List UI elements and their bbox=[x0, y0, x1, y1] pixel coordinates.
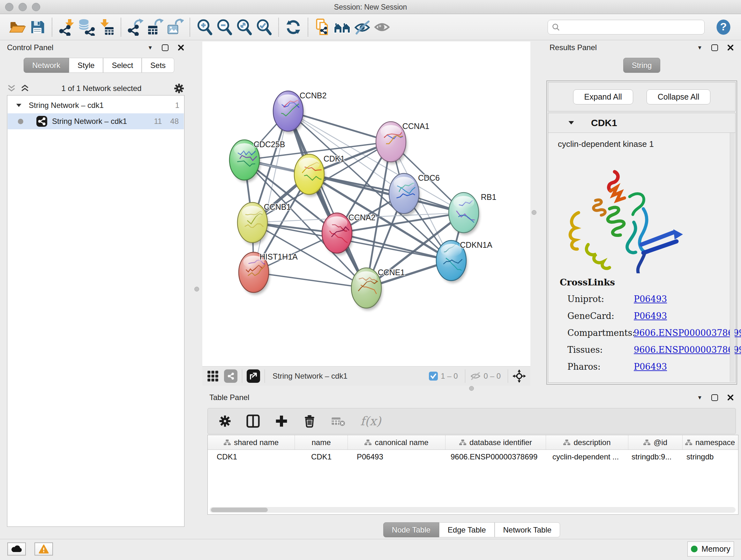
results-scrollbar[interactable] bbox=[730, 133, 735, 382]
warnings-button[interactable] bbox=[35, 543, 53, 556]
network-collection-row[interactable]: String Network – cdk1 1 bbox=[8, 98, 184, 113]
scrollbar-thumb[interactable] bbox=[211, 508, 268, 512]
collapse-all-chevron-icon[interactable] bbox=[7, 84, 16, 92]
tab-edge-table[interactable]: Edge Table bbox=[439, 522, 495, 537]
cell-name[interactable]: CDK1 bbox=[295, 452, 348, 461]
close-panel-icon[interactable] bbox=[178, 44, 185, 51]
crosslink-link[interactable]: P06493 bbox=[634, 311, 667, 321]
network-node-CCNE1[interactable]: CCNE1 bbox=[351, 268, 405, 310]
column-header-namespace[interactable]: namespace bbox=[683, 435, 738, 449]
zoom-in-button[interactable] bbox=[195, 17, 214, 37]
crosslink-link[interactable]: P06493 bbox=[634, 294, 667, 304]
zoom-fit-button[interactable] bbox=[234, 17, 254, 37]
hide-glass-button[interactable] bbox=[352, 17, 372, 37]
export-image-button[interactable] bbox=[165, 17, 185, 37]
protein-detail-header[interactable]: CDK1 bbox=[548, 113, 735, 133]
gear-icon[interactable] bbox=[174, 83, 185, 94]
network-node-CDKN1A[interactable]: CDKN1A bbox=[436, 240, 492, 283]
cell-canonical-name[interactable]: P06493 bbox=[348, 452, 446, 461]
hidden-eye-slash-icon[interactable] bbox=[470, 371, 481, 381]
save-session-button[interactable] bbox=[27, 17, 47, 37]
column-header-description[interactable]: description bbox=[546, 435, 628, 449]
tab-node-table[interactable]: Node Table bbox=[383, 522, 439, 537]
export-network-button[interactable] bbox=[126, 17, 145, 37]
collapse-caret-icon[interactable] bbox=[568, 120, 575, 125]
network-from-clipboard-button[interactable] bbox=[313, 17, 333, 37]
network-row-selected[interactable]: String Network – cdk1 11 48 bbox=[8, 113, 184, 129]
table-panel-header: Table Panel ▼ bbox=[202, 390, 741, 405]
network-node-CCNB2[interactable]: CCNB2 bbox=[273, 91, 327, 133]
add-column-plus-icon[interactable] bbox=[275, 415, 288, 428]
selected-checkbox-icon[interactable] bbox=[428, 371, 438, 381]
detach-view-button[interactable] bbox=[247, 369, 260, 383]
tab-style[interactable]: Style bbox=[69, 58, 103, 73]
birds-eye-grid-icon[interactable] bbox=[207, 370, 219, 382]
table-horizontal-scrollbar[interactable] bbox=[210, 507, 736, 513]
cell-description[interactable]: cyclin-dependent ... bbox=[546, 452, 628, 461]
search-box[interactable] bbox=[548, 20, 704, 35]
network-canvas[interactable]: CCNB2CCNA1CDC25BCDK1CDC6RB1CCNB1CCNA2CDK… bbox=[202, 42, 530, 366]
cell-namespace[interactable]: stringdb bbox=[683, 452, 738, 461]
refresh-view-button[interactable] bbox=[283, 17, 303, 37]
crosslink-link[interactable]: 9606.ENSP00000378699 bbox=[634, 345, 741, 355]
network-node-CCNA1[interactable]: CCNA1 bbox=[376, 122, 429, 164]
cell-shared-name[interactable]: CDK1 bbox=[208, 452, 295, 461]
column-header-canonical-name[interactable]: canonical name bbox=[348, 435, 446, 449]
maximize-panel-icon[interactable] bbox=[162, 44, 169, 51]
protein-detail-body: cyclin-dependent kinase 1 bbox=[548, 133, 735, 382]
tab-network[interactable]: Network bbox=[23, 58, 69, 73]
float-panel-icon[interactable]: ▼ bbox=[147, 45, 153, 51]
crosslink-link[interactable]: P06493 bbox=[634, 362, 667, 372]
table-options-gear-icon[interactable] bbox=[219, 415, 231, 428]
protein-structure-image bbox=[561, 168, 698, 273]
splitter-handle[interactable] bbox=[194, 287, 199, 292]
zoom-selected-button[interactable] bbox=[254, 17, 274, 37]
import-network-database-button[interactable] bbox=[77, 17, 96, 37]
maximize-panel-icon[interactable] bbox=[711, 44, 718, 51]
table-row[interactable]: CDK1 CDK1 P06493 9606.ENSP00000378699 cy… bbox=[208, 450, 738, 464]
import-table-file-button[interactable] bbox=[96, 17, 116, 37]
column-header-shared-name[interactable]: shared name bbox=[208, 435, 295, 449]
maximize-panel-icon[interactable] bbox=[711, 394, 718, 401]
memory-button[interactable]: Memory bbox=[687, 542, 734, 557]
float-panel-icon[interactable]: ▼ bbox=[697, 395, 702, 400]
toolbar-separator bbox=[121, 18, 121, 37]
import-network-icon bbox=[58, 18, 75, 36]
float-panel-icon[interactable]: ▼ bbox=[697, 45, 702, 51]
column-header-name[interactable]: name bbox=[295, 435, 348, 449]
close-panel-icon[interactable] bbox=[727, 44, 734, 51]
expand-all-chevron-icon[interactable] bbox=[20, 84, 29, 92]
string-home-button[interactable] bbox=[333, 17, 352, 37]
tab-sets[interactable]: Sets bbox=[142, 58, 174, 73]
expand-all-button[interactable]: Expand All bbox=[573, 89, 633, 105]
column-header-id[interactable]: @id bbox=[628, 435, 683, 449]
cloud-status-button[interactable] bbox=[7, 543, 26, 556]
move-crosshair-icon[interactable] bbox=[513, 369, 526, 383]
tab-select[interactable]: Select bbox=[103, 58, 142, 73]
tab-string[interactable]: String bbox=[623, 58, 661, 73]
network-node-CCNA2[interactable]: CCNA2 bbox=[322, 213, 375, 255]
tab-network-table[interactable]: Network Table bbox=[495, 522, 560, 537]
help-button[interactable]: ? bbox=[714, 17, 733, 37]
network-node-CDC25B[interactable]: CDC25B bbox=[229, 140, 285, 182]
network-node-CCNB1[interactable]: CCNB1 bbox=[238, 202, 291, 245]
zoom-out-button[interactable] bbox=[214, 17, 234, 37]
splitter-handle[interactable] bbox=[532, 210, 536, 215]
column-header-database-identifier[interactable]: database identifier bbox=[446, 435, 546, 449]
delete-column-trash-icon[interactable] bbox=[303, 415, 316, 428]
close-panel-icon[interactable] bbox=[727, 394, 734, 401]
open-session-button[interactable] bbox=[8, 17, 27, 37]
cell-id[interactable]: stringdb:9... bbox=[628, 452, 683, 461]
network-overview-toggle[interactable] bbox=[224, 369, 238, 383]
tree-expand-caret-icon[interactable] bbox=[16, 103, 22, 108]
export-table-button[interactable] bbox=[145, 17, 165, 37]
show-columns-icon[interactable] bbox=[246, 414, 260, 428]
show-glass-button[interactable] bbox=[372, 17, 392, 37]
network-node-RB1[interactable]: RB1 bbox=[449, 192, 496, 235]
cell-database-identifier[interactable]: 9606.ENSP00000378699 bbox=[446, 452, 546, 461]
network-node-HIST1H1A[interactable]: HIST1H1A bbox=[239, 252, 298, 295]
collapse-all-button[interactable]: Collapse All bbox=[647, 89, 711, 105]
import-network-file-button[interactable] bbox=[57, 17, 77, 37]
search-input[interactable] bbox=[563, 23, 700, 31]
crosslink-link[interactable]: 9606.ENSP00000378699 bbox=[634, 328, 741, 338]
